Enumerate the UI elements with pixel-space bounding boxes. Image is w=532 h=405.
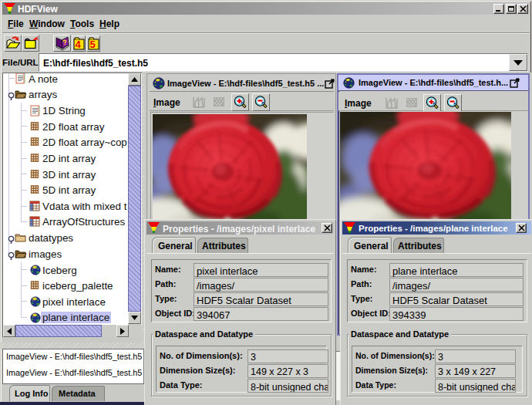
svg-text:4: 4: [76, 39, 82, 50]
svg-text:5: 5: [90, 39, 96, 50]
